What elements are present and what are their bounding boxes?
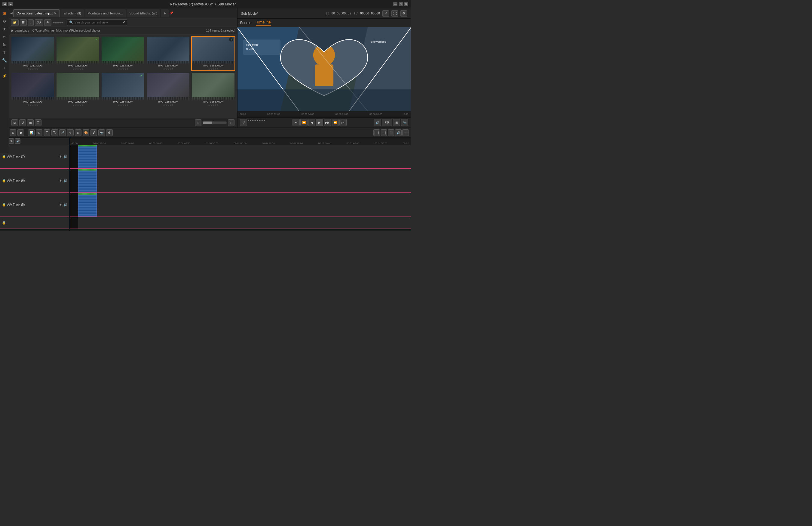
clip-4-black[interactable] [70, 217, 78, 229]
play-btn[interactable]: ▶ [316, 119, 323, 126]
media-item-9282[interactable]: IMG_9282.MOV★★★★★ [56, 72, 100, 107]
tab-arrow-left[interactable]: ◀ [10, 11, 13, 15]
track-header-vis[interactable]: 👁 [9, 138, 14, 144]
tab-sounds[interactable]: Sound Effects: (all) [127, 9, 161, 17]
track7-lock[interactable]: 🔒 [2, 155, 6, 158]
clip-6-black[interactable] [70, 169, 78, 193]
maximize-button[interactable]: □ [398, 2, 403, 6]
3d-btn[interactable]: 3D [35, 19, 43, 26]
tl-grid-btn[interactable]: ⊞ [75, 129, 82, 136]
tl-audio-btn[interactable]: 🔊 [395, 129, 402, 136]
track6-vis[interactable]: 👁 [59, 179, 62, 183]
track5-lock[interactable]: 🔒 [2, 203, 6, 207]
track6-lock[interactable]: 🔒 [2, 179, 6, 183]
list-view-btn[interactable]: ☰ [35, 119, 42, 126]
media-item-9286[interactable]: IMG_9286.MOV★★★★★ [191, 72, 235, 107]
sidebar-icon-library[interactable]: ⊞ [1, 10, 8, 17]
tl-rec-btn[interactable]: ⏺ [17, 129, 24, 136]
tl-chart-btn[interactable]: 📊 [28, 129, 34, 136]
media-item-9234[interactable]: IMG_9234.MOV★★★★★ [146, 36, 190, 71]
next-btn[interactable]: ▶▶ [324, 119, 331, 126]
clip-7-blue[interactable] [78, 145, 97, 168]
refresh-btn[interactable]: ↺ [19, 119, 26, 126]
loop-btn[interactable]: ↺ [240, 119, 247, 126]
track5-vis[interactable]: 👁 [59, 203, 62, 207]
sidebar-icon-text[interactable]: T [1, 49, 8, 56]
media-item-9285[interactable]: IMG_9285.MOV★★★★★ [146, 72, 190, 107]
tab-effects[interactable]: Effects: (all) [60, 9, 84, 17]
minimize-button[interactable]: — [393, 2, 397, 6]
track4-lock[interactable]: 🔒 [2, 221, 6, 225]
media-grid-scroll[interactable]: IMG_9231.MOV★★★★★✓IMG_9232.MOV★★★★★IMG_9… [9, 34, 237, 118]
clip-5-blue[interactable] [78, 193, 97, 216]
sidebar-icon-settings[interactable]: ⚙ [1, 17, 8, 25]
copy-btn[interactable]: ⧉ [11, 119, 18, 126]
skip-start-btn[interactable]: ⏮ [292, 119, 300, 126]
tab-collections[interactable]: Collections: Latest Imp... ✕ [13, 9, 60, 17]
volume-btn[interactable]: 🔊 [374, 119, 381, 126]
list-btn[interactable]: ☰ [20, 19, 27, 26]
tl-insert-btn[interactable]: →| [381, 129, 387, 136]
sidebar-icon-tools[interactable]: 🔧 [1, 57, 8, 64]
sidebar-icon-cut[interactable]: ✂ [1, 33, 8, 40]
timeline-tracks-area[interactable]: 00:00 00:00:10,00 00:00:20,00 00:00:30,0… [70, 138, 411, 231]
track6-audio[interactable]: 🔊 [63, 179, 68, 183]
skip-end-btn[interactable]: ⏭ [339, 119, 347, 126]
back-button[interactable]: ◀ [2, 2, 6, 6]
track-header-audio[interactable]: 🔊 [15, 138, 20, 144]
settings-btn2[interactable]: ⚙ [401, 10, 407, 17]
tl-delete-btn[interactable]: 🗑 [106, 129, 113, 136]
tab-f[interactable]: F [161, 9, 169, 17]
folder-btn[interactable]: 📁 [11, 19, 19, 26]
tl-more-btn[interactable]: ⋯ [402, 129, 409, 136]
camera-btn[interactable]: 📷 [401, 119, 408, 126]
forward-button[interactable]: ▶ [9, 2, 13, 6]
media-item-9232[interactable]: ✓IMG_9232.MOV★★★★★ [56, 36, 100, 71]
tl-tag-btn[interactable]: 🏷 [36, 129, 42, 136]
search-input[interactable] [75, 21, 121, 24]
media-item-9233[interactable]: IMG_9233.MOV★★★★★ [101, 36, 145, 71]
eye-btn[interactable]: 👁 [44, 19, 52, 26]
fullscreen-btn[interactable]: ⛶ [391, 10, 398, 17]
media-info-9266[interactable]: i [229, 37, 233, 42]
sidebar-icon-star[interactable]: ★ [1, 25, 8, 32]
clip-7-black[interactable] [70, 145, 78, 168]
media-item-9266[interactable]: ✓iIMG_9266.MOV★★★★★ [191, 36, 235, 71]
sort-btn[interactable]: ↕ [28, 19, 34, 26]
clip-5-black[interactable] [70, 193, 78, 216]
track7-vis[interactable]: 👁 [59, 155, 62, 158]
tl-mic-btn[interactable]: 🎤 [59, 129, 66, 136]
clip-6-blue[interactable] [78, 169, 97, 193]
track7-audio[interactable]: 🔊 [63, 155, 68, 158]
tab-montages[interactable]: Montages and Templa... [85, 9, 126, 17]
sidebar-icon-fx[interactable]: fx [1, 41, 8, 48]
tl-paint-btn[interactable]: 🖌 [90, 129, 97, 136]
source-tab[interactable]: Source [240, 21, 251, 25]
media-item-9281[interactable]: IMG_9281.MOV★★★★★ [11, 72, 55, 107]
prev-btn[interactable]: ◀ [308, 119, 315, 126]
prev-frame-btn[interactable]: ⏪ [300, 119, 307, 126]
tl-camera2-btn[interactable]: 📷 [98, 129, 105, 136]
pip-btn[interactable]: PiP [382, 119, 392, 126]
tl-snap-btn[interactable]: |↔| [373, 129, 380, 136]
close-button[interactable]: ✕ [404, 2, 408, 6]
tl-color-btn[interactable]: 🎨 [83, 129, 89, 136]
media-item-9284[interactable]: ✓IMG_9284.MOV★★★★★ [101, 72, 145, 107]
zoom-out-btn[interactable]: □ [195, 119, 201, 126]
tl-subscript-btn[interactable]: Tₐ [52, 129, 58, 136]
search-bar[interactable]: 🔍 ✕ [67, 19, 127, 26]
tab-pin[interactable]: 📌 [170, 11, 173, 15]
track5-audio[interactable]: 🔊 [63, 203, 68, 207]
sidebar-icon-effects[interactable]: ⚡ [1, 72, 8, 80]
tl-orange-btn[interactable]: ⬛ [388, 129, 394, 136]
grid-view-btn[interactable]: ⊞ [27, 119, 34, 126]
sidebar-icon-audio[interactable]: ♪ [1, 65, 8, 72]
media-item-9231[interactable]: IMG_9231.MOV★★★★★ [11, 36, 55, 71]
search-clear-icon[interactable]: ✕ [122, 20, 125, 24]
export-btn[interactable]: ↗ [382, 10, 389, 17]
timeline-tab[interactable]: Timeline [256, 20, 271, 26]
tl-settings-btn[interactable]: ⚙ [10, 129, 16, 136]
next-frame-btn[interactable]: ⏩ [332, 119, 339, 126]
tl-curve-btn[interactable]: ∿ [67, 129, 74, 136]
tl-text-btn[interactable]: T [44, 129, 50, 136]
